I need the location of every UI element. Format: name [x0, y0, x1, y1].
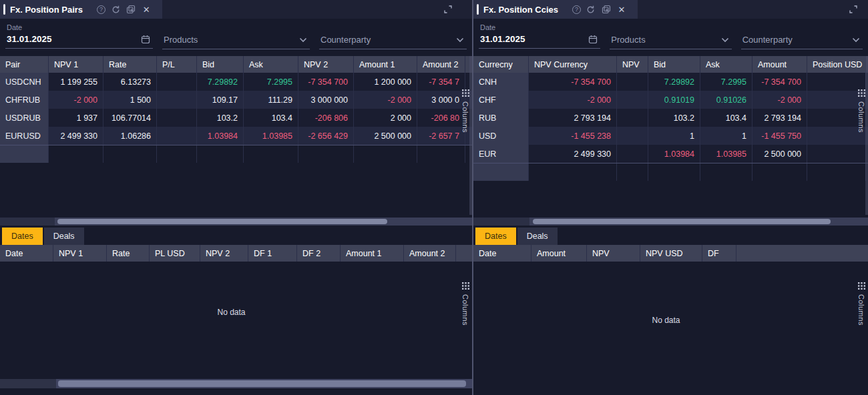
- products-select[interactable]: Products: [162, 32, 310, 49]
- column-header[interactable]: Amount: [752, 56, 807, 73]
- table-row[interactable]: USDRUB1 937106.77014103.2103.4-206 8062 …: [0, 109, 472, 127]
- tab-dates[interactable]: Dates: [475, 228, 516, 245]
- scrollbar-track[interactable]: [55, 218, 472, 226]
- scrollbar-thumb[interactable]: [57, 219, 387, 224]
- columns-chooser-button[interactable]: Columns: [856, 282, 867, 326]
- column-header[interactable]: Bid: [648, 56, 700, 73]
- table-row[interactable]: CHFRUB-2 0001 500109.17111.293 000 000-2…: [0, 91, 472, 109]
- columns-button-label: Columns: [461, 294, 469, 326]
- columns-chooser-button[interactable]: Columns: [460, 282, 471, 326]
- scrollbar-corner: [0, 379, 56, 388]
- table-cell: 2 500 000: [354, 127, 417, 145]
- table-row[interactable]: RUB2 793 194103.2103.42 793 194: [473, 109, 868, 127]
- table-cell: 2 793 194: [529, 109, 617, 127]
- date-input[interactable]: 31.01.2025: [5, 31, 153, 49]
- columns-chooser-button[interactable]: Columns: [460, 89, 471, 133]
- date-filter: Date 31.01.2025: [479, 22, 600, 53]
- column-header[interactable]: NPV 1: [53, 245, 107, 262]
- scrollbar-track[interactable]: [56, 379, 472, 388]
- dates-table: DateNPV 1RatePL USDNPV 2DF 1DF 2Amount 1…: [0, 245, 472, 262]
- panel-title-tab[interactable]: Fx. Position Ccies ? ✕: [473, 0, 638, 19]
- expand-icon[interactable]: [443, 4, 453, 15]
- table-cell: 7.29892: [648, 73, 700, 91]
- table-cell: 103.2: [197, 109, 244, 127]
- dates-grid-zone: DateAmountNPVNPV USDDF No data Columns: [473, 245, 868, 395]
- scrollbar-thumb[interactable]: [533, 219, 831, 224]
- column-header[interactable]: NPV USD: [640, 245, 702, 262]
- panel-title: Fx. Position Ccies: [483, 5, 558, 15]
- close-icon[interactable]: ✕: [141, 4, 152, 15]
- column-header[interactable]: NPV 2: [298, 56, 354, 73]
- columns-chooser-button[interactable]: Columns: [856, 89, 867, 133]
- table-cell: -206 80: [417, 109, 465, 127]
- calendar-icon[interactable]: [588, 35, 598, 44]
- column-header[interactable]: P/L: [157, 56, 197, 73]
- date-input[interactable]: 31.01.2025: [479, 31, 600, 49]
- vertical-scrollbar[interactable]: [469, 56, 472, 215]
- table-cell: [157, 109, 197, 127]
- refresh-icon[interactable]: [110, 4, 121, 15]
- column-header[interactable]: Ask: [244, 56, 298, 73]
- column-header[interactable]: Amount 1: [354, 56, 417, 73]
- scrollbar-thumb[interactable]: [58, 380, 466, 387]
- table-cell: -7 354 700: [752, 73, 807, 91]
- column-header[interactable]: NPV: [587, 245, 640, 262]
- no-data-message: No data: [0, 308, 463, 317]
- table-row[interactable]: USDCNH1 199 2556.132737.298927.2995-7 35…: [0, 73, 472, 91]
- column-header[interactable]: DF 1: [248, 245, 297, 262]
- column-header[interactable]: Date: [0, 245, 53, 262]
- scrollbar-track[interactable]: [529, 218, 868, 226]
- column-header[interactable]: Ask: [700, 56, 752, 73]
- table-cell: CHFRUB: [0, 91, 49, 109]
- counterparty-select[interactable]: Counterparty: [741, 32, 863, 49]
- column-header[interactable]: NPV Currency: [529, 56, 617, 73]
- tab-deals[interactable]: Deals: [44, 228, 84, 245]
- column-header[interactable]: Amount 2: [417, 56, 465, 73]
- table-cell: -2 657 7: [417, 127, 465, 145]
- table-row[interactable]: EURUSD2 499 3301.062861.039841.03985-2 6…: [0, 127, 472, 145]
- column-header[interactable]: NPV 1: [49, 56, 103, 73]
- column-header[interactable]: PL USD: [150, 245, 200, 262]
- app: Fx. Position Pairs ? ✕ Date 31.: [0, 0, 868, 395]
- counterparty-select[interactable]: Counterparty: [319, 32, 467, 49]
- column-header[interactable]: DF 2: [297, 245, 341, 262]
- table-row[interactable]: USD-1 455 23811-1 455 750: [473, 127, 868, 145]
- column-header[interactable]: Amount: [531, 245, 587, 262]
- table-cell: -2 000: [354, 91, 417, 109]
- column-header[interactable]: Rate: [107, 245, 150, 262]
- column-header[interactable]: NPV 2: [200, 245, 248, 262]
- scrollbar-corner: [473, 218, 529, 226]
- help-icon[interactable]: ?: [572, 5, 581, 14]
- tab-deals[interactable]: Deals: [517, 228, 558, 245]
- column-header[interactable]: Currecny: [473, 56, 529, 73]
- column-header[interactable]: Bid: [197, 56, 244, 73]
- table-row[interactable]: CHF-2 0000.910190.91026-2 000: [473, 91, 868, 109]
- calendar-icon[interactable]: [141, 35, 150, 44]
- help-icon[interactable]: ?: [97, 5, 105, 14]
- dates-table: DateAmountNPVNPV USDDF: [473, 245, 868, 262]
- close-icon[interactable]: ✕: [616, 4, 627, 15]
- duplicate-window-icon[interactable]: [601, 4, 612, 15]
- column-header[interactable]: Date: [473, 245, 531, 262]
- table-cell: 109.17: [197, 91, 244, 109]
- filter-bar: Date 31.01.2025 Products Co: [473, 19, 868, 53]
- column-header[interactable]: Amount 1: [341, 245, 404, 262]
- products-select[interactable]: Products: [610, 32, 731, 49]
- table-cell: 1: [700, 127, 752, 145]
- column-header[interactable]: DF: [702, 245, 736, 262]
- duplicate-window-icon[interactable]: [126, 4, 136, 15]
- vertical-scrollbar[interactable]: [865, 56, 868, 215]
- expand-icon[interactable]: [848, 4, 859, 15]
- column-header[interactable]: Rate: [103, 56, 157, 73]
- column-header[interactable]: NPV: [617, 56, 648, 73]
- table-row[interactable]: CNH-7 354 7007.298927.2995-7 354 700: [473, 73, 868, 91]
- column-header[interactable]: Position USD: [807, 56, 866, 73]
- scrollbar-corner: [0, 218, 55, 226]
- refresh-icon[interactable]: [586, 4, 596, 15]
- panel-title-tab[interactable]: Fx. Position Pairs ? ✕: [0, 0, 162, 19]
- tab-dates[interactable]: Dates: [2, 228, 43, 245]
- table-row[interactable]: EUR2 499 3301.039841.039852 500 000: [473, 145, 868, 163]
- column-header[interactable]: Amount 2: [404, 245, 456, 262]
- panel-title: Fx. Position Pairs: [10, 5, 83, 15]
- column-header[interactable]: Pair: [0, 56, 49, 73]
